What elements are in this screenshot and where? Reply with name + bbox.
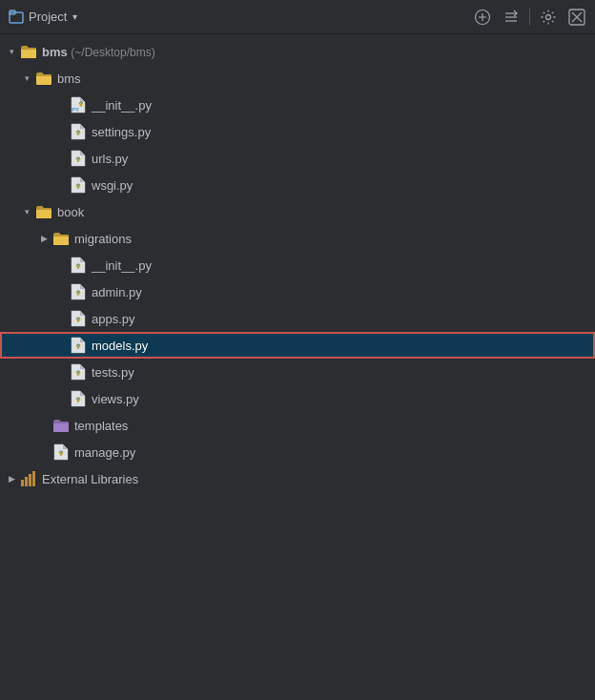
svg-point-56 xyxy=(60,454,61,455)
views-file[interactable]: views.py xyxy=(0,385,595,412)
tests-label: tests.py xyxy=(92,365,134,380)
hide-btn[interactable] xyxy=(566,7,587,28)
settings-icon xyxy=(69,122,88,141)
svg-marker-26 xyxy=(80,177,85,182)
svg-point-40 xyxy=(77,320,78,321)
bms-folder-label: bms xyxy=(57,72,81,86)
svg-point-24 xyxy=(77,160,78,161)
add-location-btn[interactable] xyxy=(472,7,493,28)
external-icon xyxy=(19,469,38,488)
init1-label: __init__.py xyxy=(92,98,152,113)
svg-marker-46 xyxy=(80,364,85,369)
svg-marker-22 xyxy=(80,151,85,155)
book-folder[interactable]: ▾ book xyxy=(0,198,595,225)
init1-icon: PY xyxy=(69,95,88,114)
project-icon xyxy=(8,9,25,26)
wsgi-label: wsgi.py xyxy=(92,178,133,193)
svg-marker-18 xyxy=(80,124,85,129)
external-label: External Libraries xyxy=(42,472,138,486)
svg-rect-60 xyxy=(32,471,35,486)
svg-text:PY: PY xyxy=(72,107,79,113)
book-arrow[interactable]: ▾ xyxy=(19,204,34,219)
views-icon xyxy=(69,389,88,408)
svg-point-28 xyxy=(77,187,78,188)
svg-point-52 xyxy=(77,401,78,401)
root-folder-label: bms (~/Desktop/bms) xyxy=(42,45,155,59)
svg-point-8 xyxy=(546,14,551,19)
admin-label: admin.py xyxy=(92,285,142,299)
init1-file[interactable]: PY __init__.py xyxy=(0,92,595,118)
apps-icon xyxy=(69,309,88,328)
svg-marker-54 xyxy=(63,444,68,449)
panel-title: Project xyxy=(29,10,67,24)
init2-file[interactable]: __init__.py xyxy=(0,252,595,278)
models-label: models.py xyxy=(92,339,148,353)
bms-arrow[interactable]: ▾ xyxy=(19,71,34,86)
separator-1 xyxy=(529,9,530,26)
svg-point-32 xyxy=(77,267,78,268)
svg-marker-42 xyxy=(80,338,85,342)
manage-icon xyxy=(51,443,71,462)
settings-btn[interactable] xyxy=(538,7,559,28)
svg-point-36 xyxy=(77,294,78,295)
wsgi-file[interactable]: wsgi.py xyxy=(0,172,595,198)
root-arrow[interactable]: ▾ xyxy=(4,44,19,59)
models-icon xyxy=(69,336,88,355)
migrations-label: migrations xyxy=(74,232,132,246)
svg-marker-30 xyxy=(80,257,85,262)
bms-folder-icon xyxy=(34,69,53,88)
bms-subfolder[interactable]: ▾ bms xyxy=(0,65,595,92)
svg-marker-34 xyxy=(80,284,85,289)
manage-file[interactable]: manage.py xyxy=(0,439,595,465)
urls-file[interactable]: urls.py xyxy=(0,145,595,172)
apps-file[interactable]: apps.py xyxy=(0,305,595,332)
migrations-folder-icon xyxy=(51,229,71,248)
settings-file[interactable]: settings.py xyxy=(0,118,595,145)
templates-folder-icon xyxy=(51,416,71,435)
svg-point-44 xyxy=(77,347,78,348)
svg-rect-59 xyxy=(29,474,31,486)
svg-point-48 xyxy=(77,374,78,375)
svg-rect-58 xyxy=(25,477,28,486)
admin-file[interactable]: admin.py xyxy=(0,278,595,305)
toolbar-right xyxy=(472,7,587,28)
toolbar: Project ▾ xyxy=(0,0,595,34)
svg-marker-13 xyxy=(80,97,85,102)
file-tree: ▾ bms (~/Desktop/bms) ▾ bms xyxy=(0,34,595,496)
wsgi-icon xyxy=(69,175,88,195)
dropdown-arrow[interactable]: ▾ xyxy=(72,11,77,22)
book-folder-icon xyxy=(34,202,53,221)
svg-point-16 xyxy=(80,105,81,106)
svg-marker-38 xyxy=(80,311,85,316)
models-file[interactable]: models.py xyxy=(0,332,595,359)
external-arrow[interactable]: ▶ xyxy=(4,471,19,486)
migrations-arrow[interactable]: ▶ xyxy=(36,231,51,246)
apps-label: apps.py xyxy=(92,312,135,326)
root-folder[interactable]: ▾ bms (~/Desktop/bms) xyxy=(0,38,595,65)
admin-icon xyxy=(69,282,88,301)
root-folder-icon xyxy=(19,42,38,61)
settings-label: settings.py xyxy=(92,125,151,139)
book-folder-label: book xyxy=(57,205,84,219)
tests-icon xyxy=(69,362,88,381)
manage-label: manage.py xyxy=(74,445,135,460)
init2-icon xyxy=(69,256,88,275)
templates-folder[interactable]: templates xyxy=(0,412,595,439)
svg-marker-50 xyxy=(80,391,85,396)
templates-label: templates xyxy=(74,419,128,433)
toolbar-left: Project ▾ xyxy=(8,9,466,26)
project-panel: Project ▾ xyxy=(0,0,595,496)
init2-label: __init__.py xyxy=(92,258,152,273)
svg-point-20 xyxy=(77,134,78,134)
svg-rect-57 xyxy=(21,480,24,486)
urls-label: urls.py xyxy=(92,152,128,166)
urls-icon xyxy=(69,149,88,168)
views-label: views.py xyxy=(92,392,139,406)
external-libraries[interactable]: ▶ External Libraries xyxy=(0,465,595,492)
tests-file[interactable]: tests.py xyxy=(0,359,595,385)
migrations-folder[interactable]: ▶ migrations xyxy=(0,225,595,252)
collapse-all-btn[interactable] xyxy=(501,7,522,28)
